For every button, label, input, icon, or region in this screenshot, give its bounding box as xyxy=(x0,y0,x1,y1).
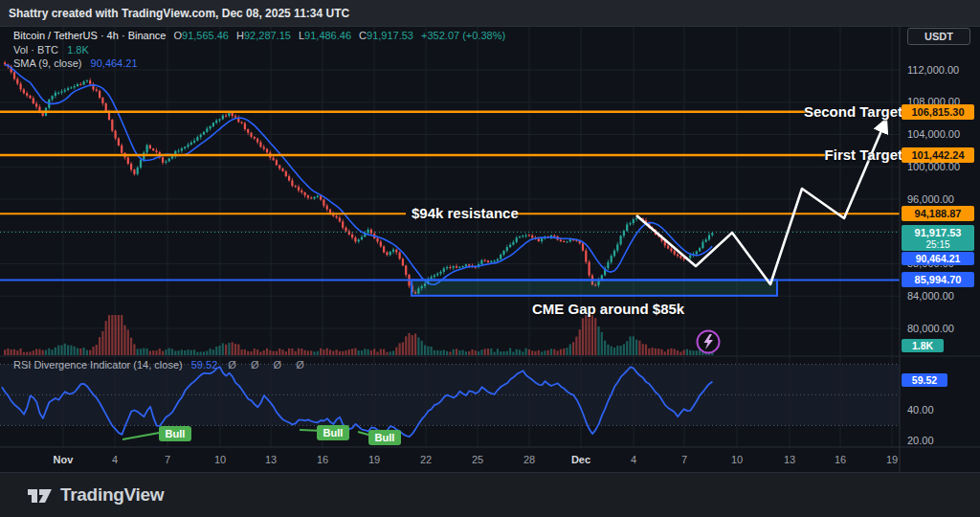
bull-divergence-badge[interactable]: Bull xyxy=(317,425,349,440)
chart-canvas[interactable] xyxy=(0,0,980,517)
time-tick-label[interactable]: 19 xyxy=(368,454,380,465)
axis-chip-level-3: 85,994.70 xyxy=(902,272,974,287)
bull-divergence-badge[interactable]: Bull xyxy=(159,426,191,441)
time-tick-label[interactable]: 10 xyxy=(214,454,226,465)
rsi-legend-label[interactable]: RSI Divergence Indicator (14, close) xyxy=(13,359,183,371)
change-value: +352.07 (+0.38%) xyxy=(421,30,505,41)
time-tick-label[interactable]: 28 xyxy=(523,454,535,465)
volume-value: 1.8K xyxy=(67,44,89,56)
axis-chip-second-target: 106,815.30 xyxy=(902,104,974,120)
rsi-indicator-legend: RSI Divergence Indicator (14, close) 59.… xyxy=(13,359,310,371)
legend-symbol-row: Bitcoin / TetherUS · 4h · Binance O91,56… xyxy=(13,29,505,43)
volume-label[interactable]: Vol · BTC xyxy=(13,44,58,56)
time-tick-label[interactable]: Dec xyxy=(571,454,590,465)
footer-bar: TradingView xyxy=(0,473,980,517)
volume-bars xyxy=(4,315,713,355)
currency-toggle-button[interactable]: USDT xyxy=(907,28,970,45)
time-tick-label[interactable]: 22 xyxy=(420,454,432,465)
time-tick-label[interactable]: 16 xyxy=(835,454,846,465)
price-tick-label[interactable]: 96,000.00 xyxy=(907,193,954,205)
rsi-band xyxy=(0,364,900,425)
cme-gap-annotation[interactable]: CME Gap around $85k xyxy=(532,301,684,317)
chart-legend: Bitcoin / TetherUS · 4h · Binance O91,56… xyxy=(13,29,505,71)
bull-divergence-badge[interactable]: Bull xyxy=(368,430,401,445)
rsi-value-chip: 59.52 xyxy=(902,373,947,387)
candlesticks xyxy=(4,61,713,295)
sma-label[interactable]: SMA (9, close) xyxy=(13,57,82,69)
current-price-chip: 91,917.5325:15 xyxy=(902,225,974,251)
sma-line xyxy=(5,64,712,284)
axis-chip--94k-resistance: 94,188.87 xyxy=(902,206,974,221)
attribution-bar: Shattry created with TradingView.com, De… xyxy=(0,0,980,27)
time-tick-label[interactable]: 25 xyxy=(472,454,483,465)
time-tick-label[interactable]: 10 xyxy=(731,454,743,465)
tradingview-logo-icon[interactable] xyxy=(27,484,53,506)
high-value: 92,287.15 xyxy=(244,30,291,41)
attribution-text: Shattry created with TradingView.com, De… xyxy=(0,7,349,20)
time-tick-label[interactable]: 19 xyxy=(886,454,898,465)
time-tick-label[interactable]: 13 xyxy=(784,454,795,465)
resistance-annotation[interactable]: $94k resistance xyxy=(412,205,519,221)
time-tick-label[interactable]: 7 xyxy=(681,454,687,465)
time-tick-label[interactable]: 16 xyxy=(317,454,328,465)
first-target-annotation[interactable]: First Target xyxy=(825,146,902,163)
rsi-tick-label[interactable]: 20.00 xyxy=(907,435,934,446)
legend-volume-row: Vol · BTC 1.8K xyxy=(13,43,505,57)
open-value: 91,565.46 xyxy=(182,30,229,41)
time-tick-label[interactable]: 4 xyxy=(631,454,636,465)
price-tick-label[interactable]: 104,000.00 xyxy=(907,128,960,140)
tradingview-brand-text[interactable]: TradingView xyxy=(60,484,164,506)
high-label: H xyxy=(236,30,244,41)
low-value: 91,486.46 xyxy=(304,30,351,41)
volume-value-chip: 1.8K xyxy=(902,339,944,352)
close-label: C xyxy=(359,30,367,41)
sma-value: 90,464.21 xyxy=(91,57,138,69)
lightning-mode-icon[interactable] xyxy=(698,331,720,353)
bar-countdown: 25:15 xyxy=(925,239,949,250)
axis-chip-first-target: 101,442.24 xyxy=(902,147,974,163)
price-tick-label[interactable]: 112,000.00 xyxy=(907,64,959,76)
legend-sma-row: SMA (9, close) 90,464.21 xyxy=(13,56,505,71)
time-tick-label[interactable]: 4 xyxy=(112,454,118,465)
rsi-legend-value: 59.52 xyxy=(191,359,218,371)
close-value: 91,917.53 xyxy=(367,30,413,41)
rsi-tick-label[interactable]: 40.00 xyxy=(907,404,934,416)
time-tick-label[interactable]: 13 xyxy=(265,454,277,465)
price-tick-label[interactable]: 84,000.00 xyxy=(907,290,954,302)
sma-value-chip: 90,464.21 xyxy=(902,252,974,265)
symbol-title[interactable]: Bitcoin / TetherUS · 4h · Binance xyxy=(13,30,166,41)
price-tick-label[interactable]: 80,000.00 xyxy=(907,323,954,334)
time-tick-label[interactable]: 7 xyxy=(165,454,170,465)
rsi-legend-flags: Ø Ø Ø Ø xyxy=(228,359,309,371)
tradingview-chart-screenshot: Shattry created with TradingView.com, De… xyxy=(0,0,980,517)
second-target-annotation[interactable]: Second Target xyxy=(804,103,902,120)
time-tick-label[interactable]: Nov xyxy=(54,454,74,465)
open-label: O xyxy=(173,30,182,41)
cme-gap-rectangle[interactable] xyxy=(412,280,777,295)
